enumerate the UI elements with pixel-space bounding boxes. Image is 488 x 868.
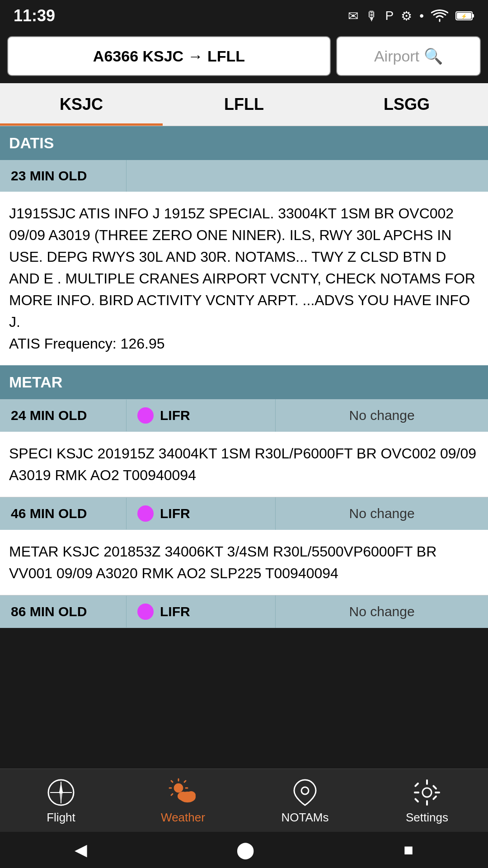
metar-status-2: No change [276,498,488,529]
metar-age-1: 24 MIN OLD [0,400,127,431]
svg-line-15 [171,781,173,782]
location-icon [291,778,319,807]
compass-icon [47,778,75,807]
svg-rect-31 [432,795,437,800]
metar-text-1: SPECI KSJC 201915Z 34004KT 1SM R30L/P600… [0,432,488,497]
svg-rect-26 [414,792,419,793]
flight-route-label: A6366 KSJC → LFLL [93,47,245,65]
svg-rect-24 [426,779,428,785]
svg-line-18 [171,794,173,795]
metar-status-1: No change [276,400,488,431]
svg-rect-27 [435,792,440,793]
flight-route-button[interactable]: A6366 KSJC → LFLL [7,36,331,76]
metar-age-3: 86 MIN OLD [0,596,127,627]
svg-line-17 [184,781,186,782]
nav-notams[interactable]: NOTAMs [244,769,366,832]
nav-weather-label: Weather [161,811,205,825]
datis-age-row: 23 MIN OLD [0,160,488,192]
home-button[interactable]: ⬤ [236,840,254,859]
back-button[interactable]: ◀ [75,840,87,859]
parking-icon: P [385,9,394,23]
airport-label: Airport [374,47,419,65]
nav-flight-label: Flight [47,811,75,825]
tabs-container: KSJC LFLL LSGG [0,83,488,126]
metar-lifr-2: LIFR [127,497,276,530]
metar-status-3: No change [276,596,488,627]
status-icons: ✉ 🎙 P ⚙ • ⚡ [348,9,475,24]
settings-status-icon: ⚙ [401,9,412,24]
nav-weather[interactable]: Weather [122,769,244,832]
mic-icon: 🎙 [366,9,378,24]
datis-header: DATIS [0,126,488,160]
metar-age-row-3: 86 MIN OLD LIFR No change [0,595,488,628]
svg-rect-25 [426,800,428,806]
svg-rect-29 [414,798,419,803]
header: A6366 KSJC → LFLL Airport 🔍 [0,32,488,83]
svg-point-21 [187,791,196,799]
nav-settings-label: Settings [406,811,448,825]
svg-rect-2 [472,14,474,18]
nav-flight[interactable]: Flight [0,769,122,832]
svg-text:⚡: ⚡ [461,13,467,19]
tab-ksjc[interactable]: KSJC [0,83,163,126]
metar-header: METAR [0,365,488,399]
airport-search-button[interactable]: Airport 🔍 [336,36,481,76]
lifr-dot-3 [137,604,154,620]
metar-age-row-2: 46 MIN OLD LIFR No change [0,497,488,530]
gear-icon [413,778,441,807]
recent-button[interactable]: ■ [404,840,413,859]
datis-text: J1915SJC ATIS INFO J 1915Z SPECIAL. 3300… [0,192,488,365]
svg-point-10 [174,783,183,793]
svg-point-22 [301,787,309,794]
status-bar: 11:39 ✉ 🎙 P ⚙ • ⚡ [0,0,488,32]
search-magnifier-icon: 🔍 [424,47,443,65]
mail-icon: ✉ [348,9,358,24]
tab-lfll[interactable]: LFLL [163,83,325,126]
lifr-dot-1 [137,407,154,424]
weather-icon [169,778,197,807]
metar-age-row-1: 24 MIN OLD LIFR No change [0,399,488,432]
content-area: DATIS 23 MIN OLD J1915SJC ATIS INFO J 19… [0,126,488,628]
tab-lsgg[interactable]: LSGG [325,83,488,126]
status-time: 11:39 [14,6,55,25]
datis-age: 23 MIN OLD [0,160,127,192]
lifr-dot-2 [137,505,154,522]
bottom-nav: Flight Weather NOTAMs [0,769,488,832]
battery-icon: ⚡ [455,11,474,21]
nav-notams-label: NOTAMs [282,811,329,825]
metar-text-2: METAR KSJC 201853Z 34006KT 3/4SM R30L/55… [0,530,488,595]
metar-lifr-3: LIFR [127,595,276,628]
metar-lifr-1: LIFR [127,399,276,432]
svg-rect-28 [414,782,419,787]
wifi-icon [431,9,448,22]
svg-rect-30 [432,785,437,790]
metar-age-2: 46 MIN OLD [0,498,127,529]
nav-settings[interactable]: Settings [366,769,488,832]
dot-icon: • [419,9,424,23]
svg-point-23 [422,788,432,797]
system-nav: ◀ ⬤ ■ [0,832,488,868]
